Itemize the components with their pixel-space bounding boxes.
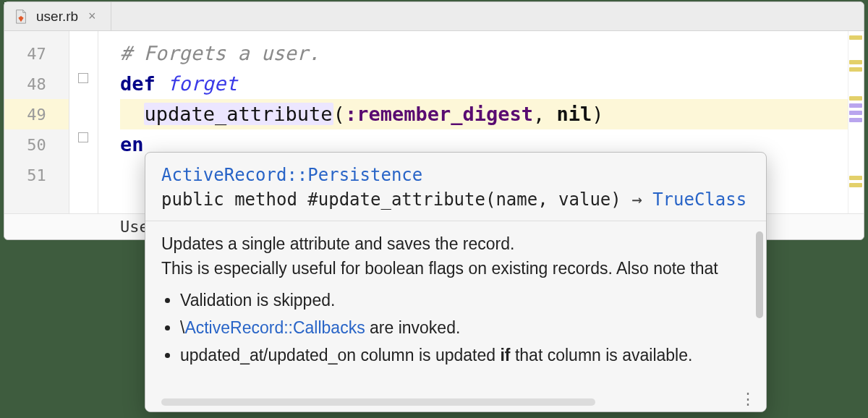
line-number: 51 bbox=[4, 160, 69, 190]
doc-bullet-list: Validation is skipped. \ActiveRecord::Ca… bbox=[161, 288, 750, 367]
callbacks-link[interactable]: ActiveRecord::Callbacks bbox=[184, 318, 365, 337]
comma: , bbox=[533, 103, 557, 125]
fold-column bbox=[69, 31, 98, 213]
ruby-file-icon bbox=[13, 9, 29, 25]
usage-marker-icon[interactable] bbox=[849, 111, 862, 115]
comment-text: # Forgets a user. bbox=[120, 42, 320, 64]
tab-label: user.rb bbox=[36, 9, 78, 25]
usage-marker-icon[interactable] bbox=[849, 103, 862, 108]
nil-literal: nil bbox=[556, 103, 592, 125]
documentation-popup: ActiveRecord::Persistence public method … bbox=[145, 152, 767, 412]
doc-paragraph: Updates a single attribute and saves the… bbox=[161, 231, 750, 256]
tab-bar: user.rb × bbox=[4, 2, 864, 31]
more-options-icon[interactable]: ⋮ bbox=[740, 396, 756, 407]
bullet-text: updated_at/updated_on column is updated bbox=[180, 346, 500, 364]
paren: ( bbox=[333, 103, 345, 125]
marker-strip[interactable] bbox=[848, 31, 864, 213]
module-link[interactable]: ActiveRecord::Persistence bbox=[161, 165, 422, 185]
line-number-gutter: 47 48 49 50 51 bbox=[4, 31, 69, 213]
line-number: 49 bbox=[4, 99, 69, 129]
warning-marker-icon[interactable] bbox=[849, 176, 862, 180]
symbol-arg: :remember_digest bbox=[345, 103, 533, 125]
close-icon[interactable]: × bbox=[85, 9, 99, 24]
usage-marker-icon[interactable] bbox=[849, 118, 862, 122]
tab-user-rb[interactable]: user.rb × bbox=[4, 2, 111, 30]
bullet-text: are invoked. bbox=[365, 318, 461, 337]
list-item: updated_at/updated_on column is updated … bbox=[180, 343, 750, 367]
line-number: 50 bbox=[4, 129, 69, 160]
bold-if: if bbox=[500, 346, 510, 364]
keyword-end: en bbox=[120, 133, 144, 155]
horizontal-scrollbar[interactable] bbox=[161, 398, 595, 406]
method-name: forget bbox=[167, 72, 238, 95]
line-number: 47 bbox=[4, 38, 69, 69]
code-line: # Forgets a user. bbox=[120, 38, 848, 69]
warning-marker-icon[interactable] bbox=[849, 67, 862, 72]
warning-marker-icon[interactable] bbox=[849, 35, 862, 40]
fold-handle-icon[interactable] bbox=[78, 73, 88, 83]
paren: ) bbox=[592, 103, 603, 125]
popup-body[interactable]: Updates a single attribute and saves the… bbox=[145, 221, 766, 391]
arrow-icon: → bbox=[631, 189, 642, 210]
fold-handle-icon[interactable] bbox=[78, 132, 88, 142]
code-line: def forget bbox=[120, 69, 848, 99]
bullet-text: Validation is skipped. bbox=[180, 291, 335, 310]
popup-signature: ActiveRecord::Persistence public method … bbox=[145, 153, 766, 221]
warning-marker-icon[interactable] bbox=[849, 60, 862, 64]
code-line-current: update_attribute(:remember_digest, nil) bbox=[120, 99, 848, 129]
list-item: Validation is skipped. bbox=[180, 288, 750, 312]
list-item: \ActiveRecord::Callbacks are invoked. bbox=[180, 315, 750, 340]
keyword-def: def bbox=[120, 72, 156, 95]
doc-paragraph: This is especially useful for boolean fl… bbox=[161, 256, 750, 281]
vertical-scrollbar[interactable] bbox=[756, 231, 763, 318]
return-type-link[interactable]: TrueClass bbox=[652, 189, 746, 210]
warning-marker-icon[interactable] bbox=[849, 183, 862, 187]
warning-marker-icon[interactable] bbox=[849, 96, 862, 101]
line-number: 48 bbox=[4, 69, 69, 99]
method-call: update_attribute bbox=[144, 103, 333, 125]
bullet-text: that column is available. bbox=[511, 346, 693, 364]
signature-text: public method #update_attribute(name, va… bbox=[161, 189, 631, 210]
